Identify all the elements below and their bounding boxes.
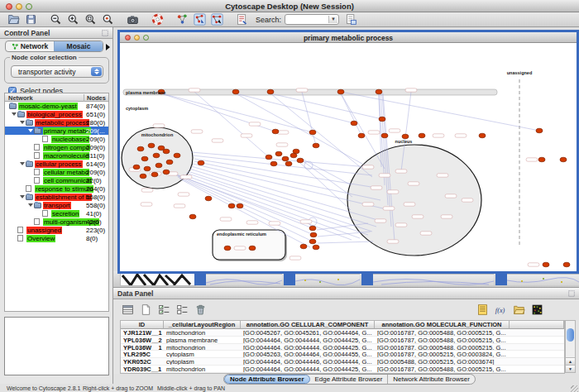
- network-node[interactable]: [275, 151, 282, 156]
- tree-row[interactable]: primary metabo209(...: [5, 127, 108, 135]
- matrix-button[interactable]: [530, 303, 544, 317]
- network-node[interactable]: [237, 203, 243, 208]
- node-color-dropdown[interactable]: transporter activity: [11, 65, 103, 78]
- resize-grip[interactable]: [571, 385, 578, 392]
- tree-row[interactable]: cell communicat22(0): [5, 176, 108, 184]
- network-overview-button[interactable]: [193, 12, 207, 26]
- tree-column-nodes[interactable]: Nodes: [84, 94, 106, 102]
- tree-row[interactable]: mosaic-demo-yeast874(0): [5, 102, 108, 110]
- network-node[interactable]: [282, 156, 289, 161]
- tree-row-label[interactable]: secretion: [51, 210, 79, 218]
- tree-row[interactable]: nitrogen compo209(0): [5, 143, 108, 151]
- network-node[interactable]: [148, 143, 155, 148]
- formula-button[interactable]: f(x): [494, 303, 508, 317]
- table-row[interactable]: YPL036W__2plasma membrane[GO:0044464, GO…: [121, 337, 564, 344]
- network-node[interactable]: [249, 246, 256, 251]
- network-node[interactable]: [310, 232, 317, 237]
- tree-row-label[interactable]: cellular process: [35, 160, 83, 168]
- network-edge[interactable]: [183, 174, 360, 238]
- network-view-window[interactable]: primary metabolic process plasma membran…: [117, 30, 579, 274]
- network-node[interactable]: [228, 203, 235, 208]
- unselect-all-button[interactable]: [175, 303, 189, 317]
- table-row[interactable]: YJR121W__1mitochondrion[GO:0045267, GO:0…: [121, 329, 564, 337]
- network-node[interactable]: [144, 166, 151, 171]
- tab-node-attribute-browser[interactable]: Node Attribute Browser: [224, 375, 310, 384]
- network-node[interactable]: [140, 174, 146, 179]
- annotation-button[interactable]: [235, 12, 249, 26]
- minimized-network-thumbnail[interactable]: [120, 272, 196, 286]
- trash-button[interactable]: [194, 303, 208, 317]
- zoom-in-button[interactable]: [66, 12, 80, 26]
- zoom-selected-button[interactable]: [101, 12, 115, 26]
- network-node[interactable]: [166, 160, 173, 165]
- float-panel-icon[interactable]: [567, 289, 576, 298]
- tree-row-label[interactable]: response to stimulu: [35, 185, 93, 193]
- tab-mosaic[interactable]: Mosaic: [54, 41, 103, 51]
- network-edge[interactable]: [341, 92, 539, 131]
- disclosure-triangle-icon[interactable]: [12, 112, 17, 116]
- disclosure-triangle-icon[interactable]: [20, 195, 25, 198]
- network-node[interactable]: [381, 133, 388, 138]
- network-node[interactable]: [267, 89, 274, 94]
- camera-button[interactable]: [126, 12, 140, 26]
- tab-edge-attribute-browser[interactable]: Edge Attribute Browser: [310, 375, 389, 384]
- open-button[interactable]: [7, 12, 21, 26]
- float-panel-icon[interactable]: [101, 29, 109, 37]
- network-node[interactable]: [543, 262, 549, 267]
- column-header[interactable]: annotation.GO MOLECULAR_FUNCTION: [375, 321, 510, 329]
- tree-row-label[interactable]: biological_process: [26, 111, 83, 118]
- tree-row[interactable]: nucleobase-209(0): [5, 135, 108, 143]
- tree-row-label[interactable]: nucleobase-: [51, 136, 89, 143]
- zoom-out-button[interactable]: [49, 12, 63, 26]
- tree-row-label[interactable]: mosaic-demo-yeast: [18, 103, 78, 110]
- network-view-button[interactable]: [210, 12, 224, 26]
- import-folder-button[interactable]: [512, 303, 526, 317]
- disclosure-triangle-icon[interactable]: [28, 203, 33, 207]
- tree-row[interactable]: biological_process651(0): [5, 110, 108, 118]
- scroll-down-icon[interactable]: ▼: [566, 365, 575, 372]
- tree-row-label[interactable]: establishment of lo: [35, 194, 92, 201]
- network-node[interactable]: [297, 158, 304, 163]
- background-window-4[interactable]: [507, 274, 579, 285]
- network-node[interactable]: [309, 239, 316, 244]
- column-header[interactable]: annotation.GO CELLULAR_COMPONENT: [241, 321, 375, 329]
- network-node[interactable]: [151, 172, 158, 177]
- tree-row[interactable]: secretion41(0): [5, 209, 108, 218]
- network-node[interactable]: [313, 143, 319, 148]
- tree-row-label[interactable]: macromolecule: [43, 152, 89, 160]
- network-node[interactable]: [538, 157, 545, 162]
- region-nucleus[interactable]: [347, 145, 481, 256]
- zoom-fit-button[interactable]: [84, 12, 98, 26]
- network-node[interactable]: [270, 161, 277, 166]
- tab-network-attribute-browser[interactable]: Network Attribute Browser: [388, 375, 474, 384]
- column-header-filler[interactable]: [510, 321, 564, 329]
- tree-row[interactable]: response to stimulu264(0): [5, 184, 108, 193]
- network-node[interactable]: [198, 160, 204, 165]
- tab-network[interactable]: Network: [6, 41, 54, 51]
- network-node[interactable]: [313, 245, 319, 250]
- tree-row[interactable]: establishment of lo558(0): [5, 193, 108, 201]
- tree-row-label[interactable]: unassigned: [26, 227, 62, 234]
- disclosure-triangle-icon[interactable]: [20, 162, 25, 165]
- layout-button[interactable]: [175, 12, 189, 26]
- network-node[interactable]: [300, 244, 307, 249]
- new-doc-button[interactable]: [139, 303, 153, 317]
- network-node[interactable]: [351, 121, 357, 126]
- tree-row[interactable]: multi-organism pro42(0): [5, 218, 108, 226]
- network-node[interactable]: [174, 153, 180, 158]
- tree-row-label[interactable]: nitrogen compo: [43, 144, 90, 151]
- tree-row-label[interactable]: primary metabo: [43, 127, 91, 135]
- column-header[interactable]: _cellularLayoutRegion: [164, 321, 241, 329]
- session-note-button[interactable]: [344, 12, 358, 26]
- network-node[interactable]: [156, 163, 162, 168]
- tree-header[interactable]: Network Nodes: [5, 93, 108, 102]
- network-node[interactable]: [536, 128, 543, 133]
- help-button[interactable]: [151, 12, 165, 26]
- network-node[interactable]: [163, 149, 170, 154]
- background-window-3[interactable]: [373, 274, 494, 285]
- tree-row[interactable]: Overview8(0): [5, 234, 108, 242]
- disclosure-triangle-icon[interactable]: [20, 121, 25, 124]
- network-node[interactable]: [205, 196, 212, 201]
- network-node[interactable]: [266, 155, 272, 160]
- tree-row-label[interactable]: cell communicat: [43, 177, 92, 184]
